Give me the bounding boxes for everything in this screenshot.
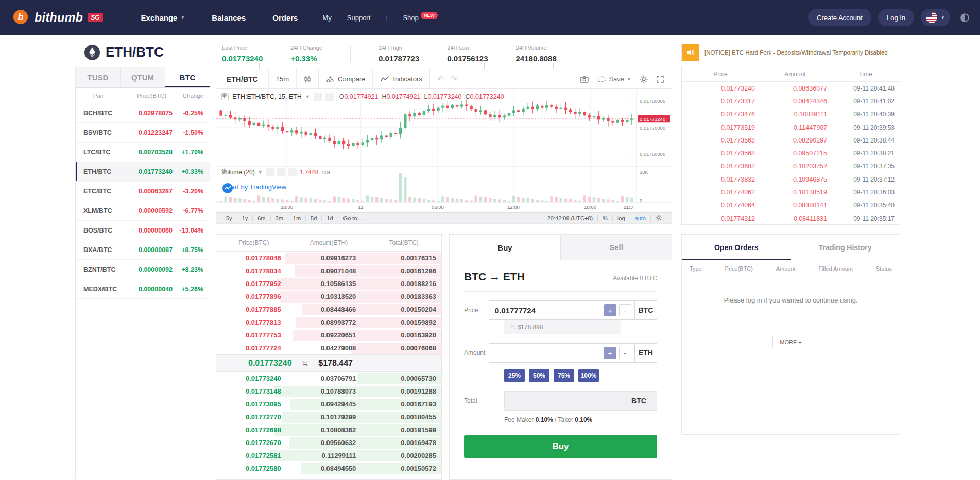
tab-tusd[interactable]: TUSD — [76, 67, 121, 87]
compare-button[interactable]: Compare — [319, 69, 373, 88]
chevron-down-icon[interactable]: ▼ — [305, 94, 310, 99]
nav-item-my[interactable]: My — [322, 14, 331, 22]
pair-row[interactable]: ETH/BTC 0.01773240 +0.33% — [76, 162, 210, 182]
percent-50-button[interactable]: 50% — [529, 369, 549, 382]
percent-75-button[interactable]: 75% — [554, 369, 574, 382]
log-in-button[interactable]: Log In — [878, 9, 914, 26]
price-increment-button[interactable]: + — [604, 304, 616, 316]
pair-row[interactable]: BXA/BTC 0.00000087 +8.75% — [76, 240, 210, 260]
price-label: Price — [464, 307, 489, 314]
chart-settings-button[interactable] — [640, 75, 648, 83]
bid-row[interactable]: 0.01772770 0.10179299 0.00180455 — [216, 411, 441, 423]
range-5y-button[interactable]: 5y — [221, 215, 237, 221]
more-button[interactable]: MORE + — [772, 336, 809, 348]
pair-row[interactable]: ETC/BTC 0.00063287 -3.20% — [76, 182, 210, 201]
range-1d-button[interactable]: 1d — [322, 215, 338, 221]
ask-row[interactable]: 0.01777724 0.04279008 0.00076068 — [216, 342, 441, 354]
redo-icon[interactable]: ↷ — [450, 74, 457, 84]
log-scale-button[interactable]: log — [612, 215, 630, 221]
ask-row[interactable]: 0.01777885 0.08448466 0.00150204 — [216, 303, 441, 316]
bid-row[interactable]: 0.01773240 0.03706791 0.00065730 — [216, 372, 441, 385]
pair-row[interactable]: XLM/BTC 0.00000592 -6.77% — [76, 201, 210, 221]
nav-item-shop[interactable]: ShopNEW — [403, 14, 437, 22]
range-6m-button[interactable]: 6m — [253, 215, 270, 221]
indicators-button[interactable]: Indicators — [373, 69, 429, 88]
range-3m-button[interactable]: 3m — [271, 215, 288, 221]
ask-row[interactable]: 0.01777896 0.10313520 0.00183363 — [216, 290, 441, 303]
nav-item-exchange[interactable]: Exchange ▼ — [141, 13, 185, 22]
price-decrement-button[interactable]: - — [619, 304, 631, 316]
notice-bar[interactable]: [NOTICE] ETC Hard Fork - Deposits/Withdr… — [681, 44, 900, 61]
bid-row[interactable]: 0.01772580 0.08494550 0.00150572 — [216, 462, 441, 475]
percent-scale-button[interactable]: % — [597, 215, 612, 221]
range-1m-button[interactable]: 1m — [288, 215, 306, 221]
buy-submit-button[interactable]: Buy — [464, 435, 657, 458]
pair-row[interactable]: BZNT/BTC 0.00000092 +8.23% — [76, 260, 210, 279]
tab-buy[interactable]: Buy — [450, 235, 560, 260]
eye-icon[interactable] — [314, 93, 322, 101]
trades-header: Price Amount Time — [682, 66, 900, 82]
percent-100-button[interactable]: 100% — [578, 369, 599, 382]
pair-row[interactable]: BCH/BTC 0.02978075 -0.25% — [76, 103, 210, 123]
fullscreen-button[interactable] — [656, 75, 664, 83]
axis-settings-button[interactable] — [650, 215, 666, 222]
candlestick-chart[interactable]: 0.017732400.017800000.017700000.01760000… — [216, 89, 672, 212]
bid-row[interactable]: 0.01772670 0.09560632 0.00169478 — [216, 436, 441, 449]
bid-row[interactable]: 0.01772581 0.11299111 0.00200285 — [216, 449, 441, 462]
percent-25-button[interactable]: 25% — [504, 369, 525, 382]
ask-row[interactable]: 0.01778046 0.09916273 0.00176315 — [216, 252, 441, 264]
gear-icon — [656, 215, 662, 221]
column-amount: Amount — [776, 265, 796, 272]
tab-trading-history[interactable]: Trading History — [791, 235, 900, 260]
ask-row[interactable]: 0.01777813 0.08993772 0.00159892 — [216, 316, 441, 329]
snapshot-button[interactable] — [580, 75, 589, 83]
pair-row[interactable]: MEDX/BTC 0.00000040 +5.26% — [76, 279, 210, 299]
chart-clock[interactable]: 20:42:09 (UTC+8) — [543, 215, 597, 221]
language-selector[interactable]: ▼ — [921, 9, 950, 26]
save-chart-button[interactable]: Save ▼ — [597, 75, 631, 83]
bid-row[interactable]: 0.01772698 0.10808362 0.00191599 — [216, 423, 441, 436]
eye-icon[interactable] — [266, 168, 274, 176]
pair-row[interactable]: BOS/BTC 0.00000060 -13.04% — [76, 221, 210, 240]
ask-row[interactable]: 0.01777952 0.10586135 0.00188216 — [216, 277, 441, 290]
chart-symbol-button[interactable]: ETH/BTC — [216, 69, 269, 88]
tab-btc[interactable]: BTC — [165, 67, 210, 87]
ask-row[interactable]: 0.01778034 0.09071048 0.00161286 — [216, 264, 441, 277]
tab-qtum[interactable]: QTUM — [121, 67, 165, 87]
range-buttons: 5y1y6m3m1m5d1d — [221, 215, 338, 221]
auto-scale-button[interactable]: auto — [630, 215, 650, 221]
range-5d-button[interactable]: 5d — [306, 215, 322, 221]
gear-icon[interactable] — [325, 93, 334, 101]
divider — [464, 291, 657, 292]
pair-row[interactable]: LTC/BTC 0.00703528 +1.70% — [76, 143, 210, 162]
create-account-button[interactable]: Create Account — [808, 9, 871, 26]
gear-icon[interactable] — [277, 168, 285, 176]
amount-increment-button[interactable]: + — [604, 347, 616, 359]
tab-sell[interactable]: Sell — [560, 235, 672, 260]
trade-row: 0.01773832 0.10946875 09-11 20:37:12 — [682, 173, 900, 186]
theme-toggle-button[interactable] — [960, 13, 970, 23]
undo-icon[interactable]: ↶ — [437, 74, 444, 84]
chart-interval-button[interactable]: 15m — [269, 69, 297, 88]
nav-item-support[interactable]: Support — [347, 14, 371, 22]
divider: | — [386, 14, 387, 21]
chevron-down-icon[interactable]: ▼ — [258, 170, 263, 175]
nav-item-orders[interactable]: Orders — [272, 13, 298, 22]
pair-row[interactable]: BSV/BTC 0.01223247 -1.50% — [76, 123, 210, 143]
svg-text:18:00: 18:00 — [281, 204, 293, 210]
goto-button[interactable]: Go to... — [338, 215, 367, 221]
ask-row[interactable]: 0.01777753 0.09220651 0.00163920 — [216, 329, 441, 342]
nav-item-balances[interactable]: Balances — [212, 13, 246, 22]
range-1y-button[interactable]: 1y — [237, 215, 253, 221]
tradingview-attribution[interactable]: Chart by TradingView — [222, 183, 286, 191]
amount-input[interactable] — [489, 349, 604, 358]
total-input[interactable] — [505, 397, 621, 405]
tab-open-orders[interactable]: Open Orders — [682, 235, 791, 260]
price-input[interactable] — [489, 306, 604, 315]
amount-decrement-button[interactable]: - — [619, 347, 631, 359]
close-icon[interactable] — [288, 168, 297, 176]
bid-row[interactable]: 0.01773148 0.10788073 0.00191288 — [216, 385, 441, 398]
bid-row[interactable]: 0.01773095 0.09429445 0.00167193 — [216, 398, 441, 411]
brand-logo[interactable]: b bithumb SG — [11, 8, 103, 27]
chart-style-button[interactable] — [297, 69, 319, 88]
